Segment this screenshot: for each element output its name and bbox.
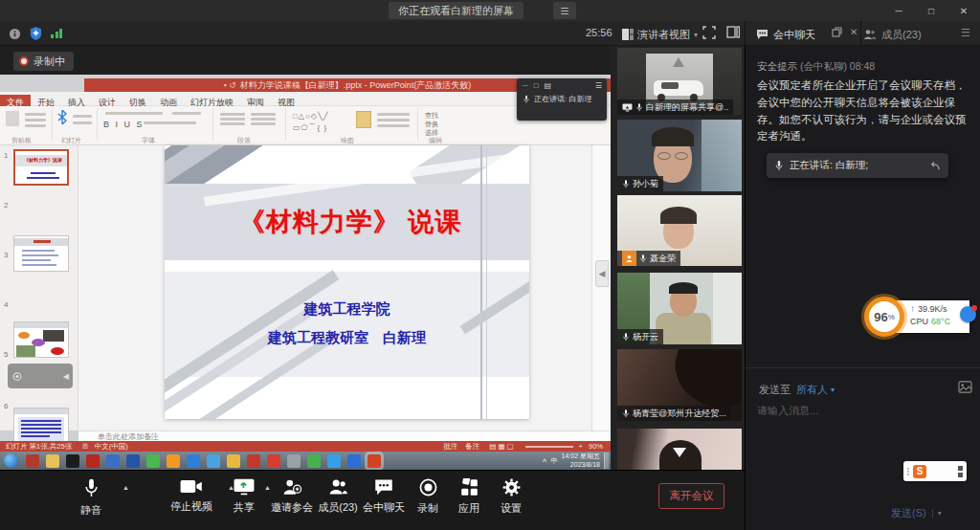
performance-widget[interactable]: ↑39.9K/s CPU68°C 96% (864, 297, 971, 337)
taskbar-app-360-browser-icon[interactable] (146, 454, 160, 468)
banner-menu-icon[interactable]: ☰ (553, 2, 576, 19)
notes-button[interactable]: 备注 (465, 442, 479, 452)
zoom-slider[interactable] (525, 446, 573, 448)
comments-button[interactable]: 批注 (443, 442, 457, 452)
chat-panel: 安全提示 (会中私聊) 08:48 会议预定者所在企业开启了会议聊天存档，会议中… (745, 46, 980, 530)
participant-tile[interactable]: 杨开云 (617, 273, 742, 344)
taskbar-app-notepad-icon[interactable] (287, 454, 301, 468)
camera-icon (180, 478, 203, 495)
taskbar-app-office-window-icon[interactable] (106, 454, 120, 468)
view-mode-button[interactable]: 演讲者视图 ▾ (622, 25, 698, 44)
collapse-panel-tab[interactable]: ◀ (595, 260, 609, 287)
image-attach-icon[interactable] (958, 381, 972, 393)
taskbar-app-qq-icon[interactable] (66, 454, 79, 468)
mini-grid-icon[interactable]: ▤ (545, 81, 552, 90)
quick-styles-icon[interactable] (356, 111, 371, 128)
taskbar-app-tencent-docs-icon[interactable] (347, 454, 361, 468)
slide-subtitle-2: 建筑工程教研室 白新理 (165, 329, 529, 347)
members-panel-tab[interactable]: 成员(23) (863, 25, 922, 44)
chat-bubble-icon (374, 478, 393, 496)
popout-icon[interactable] (832, 27, 842, 37)
mute-options-caret[interactable]: ▲ (122, 484, 129, 491)
message-input[interactable] (755, 404, 947, 417)
participant-name: 聂金荣 (650, 253, 676, 265)
taskbar-app-sogou-browser-icon[interactable] (187, 454, 200, 468)
mic-icon (523, 95, 530, 104)
memory-percent-ring[interactable]: 96% (864, 297, 904, 337)
mute-button[interactable]: 静音 (57, 478, 124, 518)
participant-tile[interactable]: 聂金荣 (617, 195, 742, 266)
taskbar-app-docs-blue-icon[interactable] (126, 454, 140, 468)
info-icon[interactable] (9, 28, 21, 40)
slide-thumb-2[interactable] (13, 235, 69, 272)
group-slides: 幻灯片 (61, 136, 81, 145)
taskbar-app-pdf-icon[interactable] (267, 454, 280, 468)
slide-counter: 幻灯片 第1张,共25张 (6, 442, 72, 452)
taskbar-app-player-icon[interactable] (307, 454, 321, 468)
send-button[interactable]: 发送(S) ▾ (891, 503, 942, 522)
chat-panel-tab[interactable]: 会中聊天 (756, 25, 815, 44)
close-button[interactable]: ✕ (947, 0, 980, 21)
slide-scrollbar[interactable] (591, 145, 611, 431)
ppt-editor-area: 《材料力学》 说课 建筑工程学院 建筑工程教研室 白新理 (78, 145, 591, 431)
font-buttons[interactable]: B I U S (103, 120, 145, 129)
zoom-level[interactable]: 90% (589, 442, 603, 451)
system-tray[interactable]: ˄中 14:02 星期五 2023/8/18 (543, 453, 609, 469)
group-clipboard: 剪贴板 (11, 136, 32, 145)
meeting-mini-toolbar[interactable]: ─ □ ▤ ☰ 正在讲话: 白新理 (517, 78, 607, 121)
close-chat-icon[interactable]: ✕ (850, 27, 858, 37)
shapes-gallery[interactable]: □△○◇╲╱ (293, 112, 329, 121)
person-plus-icon (282, 478, 301, 496)
accelerator-ball-icon[interactable] (960, 306, 976, 322)
slide-thumb-4[interactable] (13, 408, 69, 444)
signal-icon (51, 29, 62, 38)
mini-maximize-icon[interactable]: □ (534, 81, 539, 90)
show-desktop-button[interactable] (604, 453, 609, 469)
side-panel-icon[interactable] (726, 26, 740, 38)
taskbar-app-reader-icon[interactable] (86, 454, 100, 468)
taskbar-app-tencent-meeting-icon[interactable] (327, 454, 341, 468)
group-editing: 编辑 (429, 136, 442, 145)
camera-preview-widget[interactable]: ◀ (8, 364, 73, 388)
paste-icon[interactable] (6, 111, 19, 126)
notes-placeholder[interactable]: 单击此处添加备注 (78, 431, 611, 441)
leave-meeting-button[interactable]: 离开会议 (658, 483, 724, 509)
minimize-button[interactable]: ─ (882, 0, 915, 21)
taskbar-app-stocks-icon[interactable] (247, 454, 260, 468)
fullscreen-icon[interactable] (702, 26, 716, 39)
slide-subtitle-1: 建筑工程学院 (165, 300, 529, 319)
shield-icon[interactable] (30, 27, 42, 40)
bluetooth-icon[interactable] (57, 110, 67, 124)
slide-thumb-3[interactable] (13, 321, 69, 358)
send-options-caret[interactable]: ▾ (932, 509, 942, 518)
divider (745, 21, 746, 46)
host-badge-icon (622, 251, 636, 266)
sogou-icon: S (913, 465, 926, 478)
taskbar-app-ie-icon[interactable] (207, 454, 220, 468)
settings-button[interactable]: 设置 (478, 478, 545, 516)
mic-icon (635, 102, 643, 113)
taskbar-app-360-safe-icon[interactable] (167, 454, 180, 468)
view-buttons[interactable]: ▤▦▢ (489, 442, 515, 451)
collapse-left-icon[interactable]: ◀ (63, 372, 69, 381)
participant-tile[interactable] (617, 429, 742, 470)
participant-tile[interactable]: 孙小菊 (617, 120, 742, 191)
slide-thumb-1[interactable]: 《材料力学》说课 (13, 149, 69, 186)
participant-tile[interactable]: 杨青莹@郑州升达经贸... (617, 349, 742, 421)
mini-minimize-icon[interactable]: ─ (523, 81, 528, 90)
mini-menu-icon[interactable]: ☰ (595, 81, 602, 90)
ime-toolbar[interactable]: S (903, 461, 967, 481)
start-button[interactable] (4, 453, 18, 468)
maximize-button[interactable]: □ (915, 0, 947, 21)
taskbar-app-powerpoint-icon[interactable] (368, 454, 381, 468)
send-to-label: 发送至 (759, 383, 791, 397)
cpu-temp: 68°C (931, 317, 950, 326)
members-menu-icon[interactable]: ☰ (961, 27, 970, 39)
mic-icon (622, 409, 630, 419)
taskbar-app-folder-icon[interactable] (46, 454, 59, 468)
audience-selector[interactable]: 所有人 ▾ (796, 383, 835, 397)
participant-tile-screenshare[interactable]: 白新理的屏幕共享@.. (617, 48, 742, 115)
taskbar-app-autocad-icon[interactable] (26, 454, 39, 468)
reply-arrow-icon[interactable] (928, 161, 941, 171)
taskbar-app-thunder-icon[interactable] (227, 454, 240, 468)
